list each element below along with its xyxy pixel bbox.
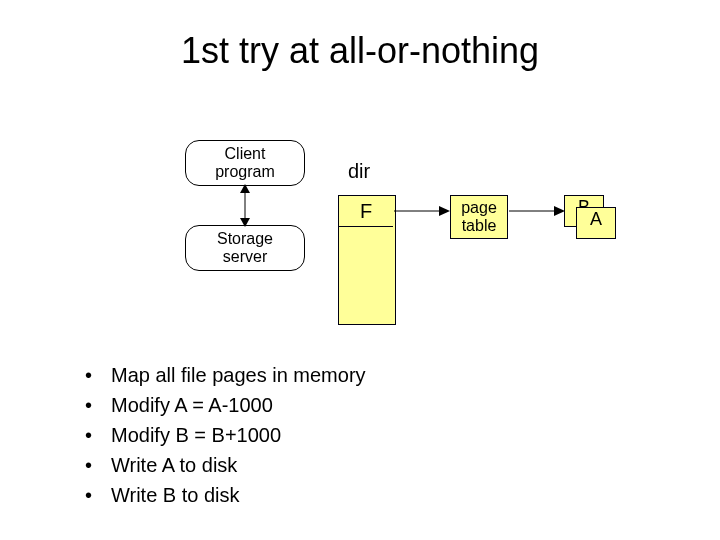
page-A-label: A xyxy=(590,209,602,229)
bullet-text: Modify B = B+1000 xyxy=(111,420,281,450)
bullet-dot-icon: • xyxy=(85,360,111,390)
list-item: • Write A to disk xyxy=(85,450,366,480)
bullet-text: Modify A = A-1000 xyxy=(111,390,273,420)
dir-cell-F: F xyxy=(339,196,393,227)
page-table-box: pagetable xyxy=(450,195,508,239)
dir-label: dir xyxy=(348,160,370,183)
bullet-dot-icon: • xyxy=(85,450,111,480)
svg-marker-1 xyxy=(240,184,250,193)
slide: 1st try at all-or-nothing Clientprogram … xyxy=(0,0,720,540)
bullet-dot-icon: • xyxy=(85,480,111,510)
svg-marker-2 xyxy=(240,218,250,227)
dir-column-box: F xyxy=(338,195,396,325)
bullet-dot-icon: • xyxy=(85,390,111,420)
arrow-dir-to-pagetable xyxy=(394,204,450,218)
bullet-text: Map all file pages in memory xyxy=(111,360,366,390)
arrow-client-storage xyxy=(236,184,254,227)
svg-marker-4 xyxy=(439,206,450,216)
page-A-box: A xyxy=(576,207,616,239)
client-program-box: Clientprogram xyxy=(185,140,305,186)
bullet-text: Write A to disk xyxy=(111,450,237,480)
list-item: • Modify A = A-1000 xyxy=(85,390,366,420)
storage-server-box: Storageserver xyxy=(185,225,305,271)
bullet-dot-icon: • xyxy=(85,420,111,450)
bullet-list: • Map all file pages in memory • Modify … xyxy=(85,360,366,510)
list-item: • Write B to disk xyxy=(85,480,366,510)
storage-server-label: Storageserver xyxy=(217,230,273,265)
list-item: • Modify B = B+1000 xyxy=(85,420,366,450)
arrow-pagetable-to-pages xyxy=(509,204,565,218)
bullet-text: Write B to disk xyxy=(111,480,240,510)
list-item: • Map all file pages in memory xyxy=(85,360,366,390)
page-table-label: pagetable xyxy=(461,199,497,234)
slide-title: 1st try at all-or-nothing xyxy=(0,30,720,72)
client-program-label: Clientprogram xyxy=(215,145,275,180)
